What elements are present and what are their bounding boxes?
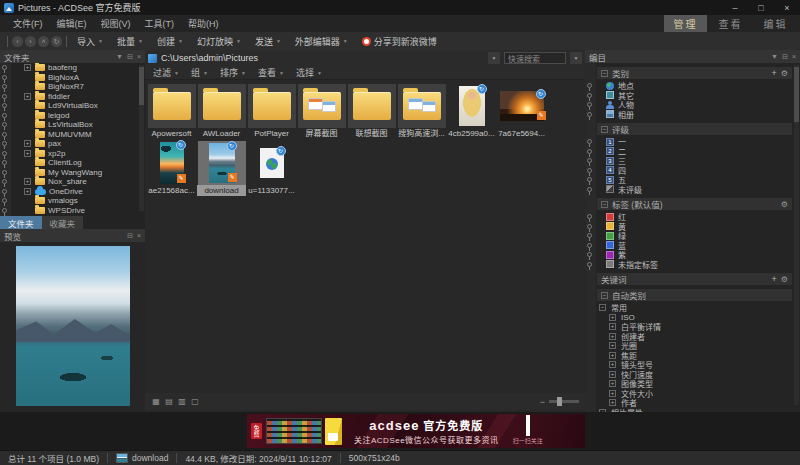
tab-folders[interactable]: 文件夹 [0, 216, 42, 229]
collapse-icon[interactable]: − [599, 304, 606, 311]
tree-item[interactable]: BigNoxR7 [0, 82, 145, 92]
tree-item[interactable]: +xp2p [0, 149, 145, 159]
gear-icon[interactable]: ⚙ [781, 200, 788, 209]
tree-item[interactable]: vmalogs [0, 196, 145, 206]
ratings-section-header[interactable]: − 评级 [597, 123, 792, 135]
file-tile[interactable]: PotPlayer [247, 84, 296, 139]
create-button[interactable]: 创建▼ [150, 32, 190, 50]
pin-icon[interactable] [587, 252, 592, 257]
pin-icon[interactable] [2, 84, 7, 89]
category-item[interactable]: 相册 [585, 110, 800, 120]
pin-icon[interactable] [2, 65, 7, 70]
file-tile[interactable]: 搜狗高速浏... [397, 84, 446, 139]
pin-icon[interactable] [2, 113, 7, 118]
file-tile[interactable]: AWLoader [197, 84, 246, 139]
pin-icon[interactable] [2, 94, 7, 99]
tree-item[interactable]: +OneDrive [0, 187, 145, 197]
expand-icon[interactable]: + [24, 178, 31, 185]
tree-item[interactable]: MUMUVMM [0, 130, 145, 140]
menu-help[interactable]: 帮助(H) [181, 15, 226, 32]
tab-favorites[interactable]: 收藏夹 [42, 216, 84, 229]
pin-icon[interactable] [2, 170, 7, 175]
expand-icon[interactable]: + [609, 314, 616, 321]
pin-icon[interactable] [587, 139, 592, 144]
pin-icon[interactable] [587, 187, 592, 192]
pin-icon[interactable] [2, 103, 7, 108]
close-button[interactable]: × [774, 0, 800, 15]
autohide-pin-icon[interactable]: ⊟ [127, 53, 133, 61]
tree-item[interactable]: BigNoxA [0, 73, 145, 83]
forward-icon[interactable]: › [25, 36, 36, 47]
maximize-button[interactable]: □ [748, 0, 774, 15]
file-tile[interactable]: ↻✎7a67e5694... [497, 84, 546, 139]
close-icon[interactable]: × [792, 53, 796, 60]
slideshow-button[interactable]: 幻灯放映▼ [190, 32, 248, 50]
tree-item[interactable]: Ld9VirtualBox [0, 101, 145, 111]
pin-icon[interactable] [2, 208, 7, 213]
view-details-icon[interactable]: ▤ [164, 397, 174, 407]
tree-scrollbar[interactable] [139, 65, 144, 211]
menu-view[interactable]: 视图(V) [94, 15, 138, 32]
zoom-slider-handle[interactable] [557, 397, 562, 406]
file-tile[interactable]: 屏幕截图 [297, 84, 346, 139]
search-input[interactable]: 快速搜索 [504, 52, 566, 64]
select-button[interactable]: 选择▼ [296, 66, 322, 79]
pin-icon[interactable] [587, 233, 592, 238]
tree-item[interactable]: +baofeng [0, 63, 145, 73]
chevron-down-icon[interactable]: ▼ [771, 53, 778, 60]
gear-icon[interactable]: ⚙ [781, 69, 788, 78]
file-tile[interactable]: 联想截图 [347, 84, 396, 139]
filter-button[interactable]: 过滤▼ [153, 66, 179, 79]
view-button[interactable]: 查看▼ [258, 66, 284, 79]
file-tile[interactable]: ↻4cb2599a0... [447, 84, 496, 139]
view-thumbnails-icon[interactable]: ▦ [151, 397, 161, 407]
expand-icon[interactable]: + [609, 333, 616, 340]
expand-icon[interactable]: + [609, 323, 616, 330]
pin-icon[interactable] [587, 243, 592, 248]
preview-image[interactable] [16, 246, 130, 406]
label-item[interactable]: 未指定标签 [585, 260, 800, 270]
tree-item[interactable]: +Nox_share [0, 177, 145, 187]
pin-icon[interactable] [587, 214, 592, 219]
pin-icon[interactable] [2, 179, 7, 184]
auto-categories-section-header[interactable]: − 自动类别 [597, 289, 792, 301]
menu-file[interactable]: 文件(F) [6, 15, 50, 32]
pin-icon[interactable] [587, 224, 592, 229]
pin-icon[interactable] [587, 93, 592, 98]
expand-icon[interactable]: + [609, 380, 616, 387]
pin-icon[interactable] [2, 75, 7, 80]
tree-item[interactable]: ClientLog [0, 158, 145, 168]
minimize-button[interactable]: – [722, 0, 748, 15]
chevron-down-icon[interactable]: ▼ [116, 53, 123, 60]
path-dropdown-button[interactable]: ▼ [488, 52, 500, 64]
tree-item[interactable]: LsVirtualBox [0, 120, 145, 130]
search-dropdown-button[interactable]: ▼ [570, 52, 582, 64]
expand-icon[interactable]: + [24, 140, 31, 147]
file-tile-selected[interactable]: ↻✎download [197, 141, 246, 196]
tab-edit[interactable]: 编辑 [754, 15, 797, 32]
pin-icon[interactable] [587, 112, 592, 117]
auto-category-root[interactable]: −常用 [597, 303, 800, 313]
expand-icon[interactable]: + [24, 93, 31, 100]
ad-banner[interactable]: 免费 acdsee 官方免费版 关注ACDSee微信公众号获取更多资讯 扫一扫关… [247, 414, 585, 448]
catalog-scrollbar[interactable] [794, 65, 799, 405]
add-keyword-icon[interactable]: + [772, 274, 777, 284]
sort-button[interactable]: 排序▼ [220, 66, 246, 79]
pin-icon[interactable] [2, 151, 7, 156]
zoom-slider[interactable] [549, 400, 579, 403]
categories-section-header[interactable]: − 类别 +⚙ [597, 67, 792, 79]
menu-edit[interactable]: 编辑(E) [50, 15, 94, 32]
expand-icon[interactable]: + [609, 361, 616, 368]
up-icon[interactable]: ˄ [38, 36, 49, 47]
back-icon[interactable]: ‹ [12, 36, 23, 47]
pin-icon[interactable] [2, 160, 7, 165]
pin-icon[interactable] [2, 198, 7, 203]
pin-icon[interactable] [587, 177, 592, 182]
keywords-section-header[interactable]: 关键词 +⚙ [597, 273, 792, 285]
pin-icon[interactable] [587, 158, 592, 163]
pin-icon[interactable] [587, 83, 592, 88]
pin-icon[interactable] [2, 132, 7, 137]
close-icon[interactable]: × [137, 232, 141, 239]
breadcrumb[interactable]: C:\Users\admin\Pictures [161, 53, 484, 63]
pin-icon[interactable] [587, 149, 592, 154]
